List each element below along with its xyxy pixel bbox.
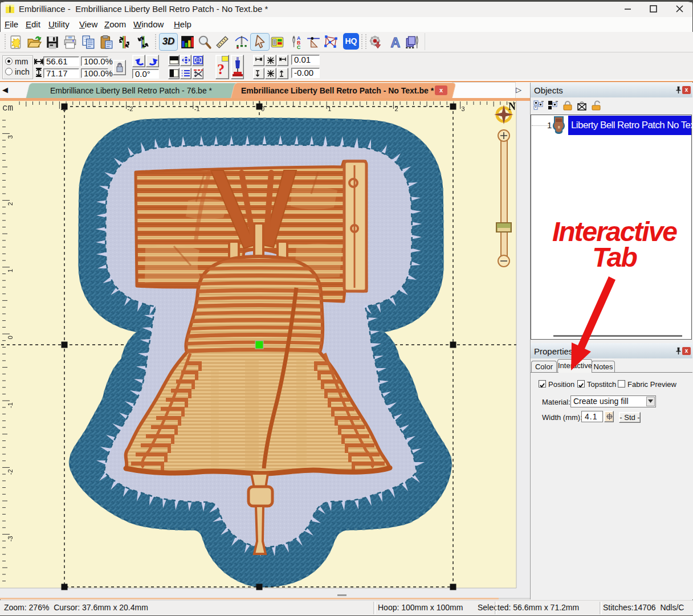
svg-text:3: 3 xyxy=(7,135,14,138)
svg-text:C: C xyxy=(297,44,301,50)
svg-text:0: 0 xyxy=(7,336,14,339)
svg-text:3: 3 xyxy=(462,105,465,112)
svg-text:1: 1 xyxy=(7,269,14,272)
svg-text:-1: -1 xyxy=(7,402,14,408)
svg-text:2: 2 xyxy=(7,202,14,206)
svg-text:cm: cm xyxy=(2,103,13,113)
svg-text:A: A xyxy=(390,35,400,50)
svg-text:N: N xyxy=(508,101,516,112)
svg-text:-2: -2 xyxy=(7,469,14,475)
svg-text:-3: -3 xyxy=(7,536,14,542)
